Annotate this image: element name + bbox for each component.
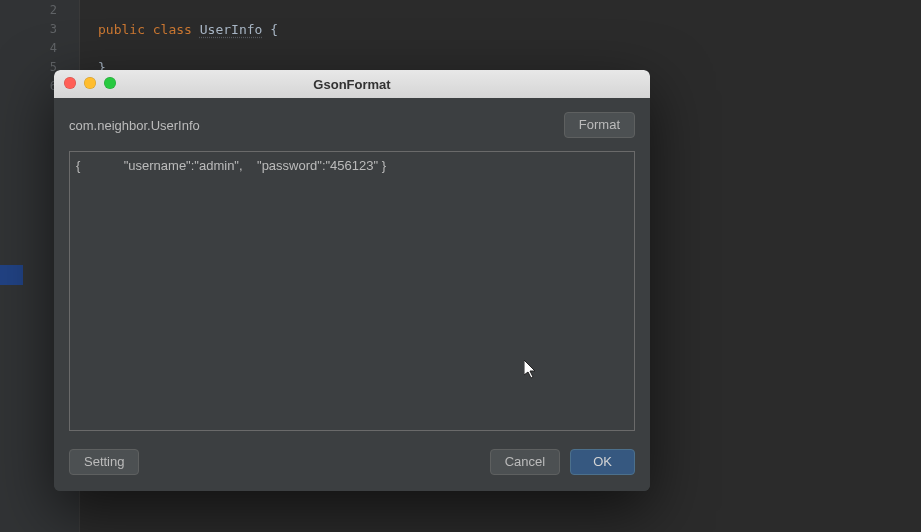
code-line [84, 1, 921, 20]
dialog-titlebar[interactable]: GsonFormat [54, 70, 650, 98]
code-line: public class UserInfo { [84, 20, 921, 39]
dialog-header-row: com.neighbor.UserInfo Format [69, 112, 635, 138]
open-brace: { [262, 22, 278, 37]
json-input[interactable] [69, 151, 635, 431]
gsonformat-dialog: GsonFormat com.neighbor.UserInfo Format … [54, 70, 650, 491]
setting-button[interactable]: Setting [69, 449, 139, 475]
gutter-line: 2 [0, 1, 79, 20]
dialog-footer-row: Setting Cancel OK [69, 449, 635, 475]
ok-button[interactable]: OK [570, 449, 635, 475]
class-name: UserInfo [200, 22, 263, 37]
minimize-icon[interactable] [84, 77, 96, 89]
dialog-body: com.neighbor.UserInfo Format Setting Can… [54, 98, 650, 491]
maximize-icon[interactable] [104, 77, 116, 89]
format-button[interactable]: Format [564, 112, 635, 138]
dialog-title: GsonFormat [313, 77, 390, 92]
gutter-line: 3 [0, 20, 79, 39]
cancel-button[interactable]: Cancel [490, 449, 560, 475]
window-controls [64, 77, 116, 89]
class-path-label: com.neighbor.UserInfo [69, 118, 200, 133]
code-line [84, 39, 921, 58]
keyword-class: class [153, 22, 192, 37]
close-icon[interactable] [64, 77, 76, 89]
gutter-caret-highlight [0, 265, 23, 285]
gutter-line: 4 [0, 39, 79, 58]
footer-right-group: Cancel OK [490, 449, 635, 475]
keyword-public: public [98, 22, 145, 37]
